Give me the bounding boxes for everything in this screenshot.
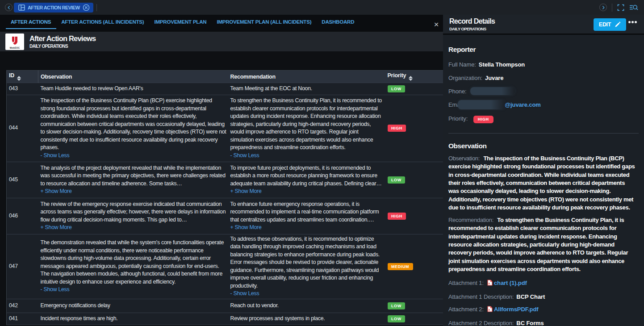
column-header-recommendation[interactable]: Recommendation bbox=[228, 71, 383, 83]
tab-label: DASHBOARD bbox=[322, 19, 354, 25]
attachment-link[interactable]: chart (1).pdf bbox=[494, 280, 527, 286]
cell-id: 045 bbox=[7, 162, 38, 198]
cell-priority: LOW bbox=[383, 313, 443, 325]
show-more-link[interactable]: + Show More bbox=[230, 224, 382, 232]
edit-button[interactable]: EDIT bbox=[594, 18, 626, 31]
cell-id: 043 bbox=[7, 83, 38, 95]
priority-badge: LOW bbox=[388, 176, 406, 184]
tab-after-actions[interactable]: AFTER ACTIONS bbox=[6, 15, 56, 29]
reporter-heading: Reporter bbox=[448, 46, 638, 54]
show-less-link[interactable]: - Show Less bbox=[230, 290, 382, 298]
field-full-name: Full Name:Stella Thompson bbox=[448, 61, 638, 69]
priority-badge: HIGH bbox=[388, 213, 406, 220]
cell-priority: HIGH bbox=[383, 95, 443, 162]
cell-id: 046 bbox=[7, 198, 38, 234]
tab-label: IMPROVEMENT PLAN (ALL INCIDENTS) bbox=[217, 19, 311, 25]
attachment-2-row: Attachment 2:AAllformsPDF.pdf bbox=[448, 305, 638, 314]
section-divider bbox=[448, 133, 639, 134]
cell-text: To improve future project deployments, i… bbox=[230, 164, 382, 188]
email-domain-link[interactable]: @juvare.com bbox=[505, 101, 541, 108]
field-label: Phone: bbox=[448, 88, 467, 95]
cell-observation: The inspection of the Business Continuit… bbox=[38, 95, 228, 162]
attachment-link[interactable]: AllformsPDF.pdf bbox=[494, 306, 539, 313]
logo-text: WebEOC bbox=[10, 46, 20, 49]
sort-icon bbox=[409, 76, 413, 81]
field-label: Observation: bbox=[448, 155, 480, 162]
column-label: Recommendation bbox=[230, 74, 276, 80]
show-less-link[interactable]: - Show Less bbox=[41, 286, 227, 294]
tab-improvement-plan[interactable]: IMPROVEMENT PLAN bbox=[149, 15, 212, 29]
attachment-1-row: Attachment 1:Achart (1).pdf bbox=[448, 279, 638, 288]
show-less-link[interactable]: - Show Less bbox=[41, 152, 227, 160]
field-label: Priority: bbox=[448, 115, 468, 122]
priority-badge: LOW bbox=[388, 315, 406, 322]
recommendation-paragraph: Recommendation: To strengthen the Busine… bbox=[448, 216, 636, 273]
board-tab-after-action-review[interactable]: AFTER ACTION REVIEW bbox=[14, 3, 93, 13]
column-header-observation[interactable]: Observation bbox=[38, 71, 228, 83]
table-row-044[interactable]: 044 The inspection of the Business Conti… bbox=[7, 95, 443, 162]
field-phone: Phone: bbox=[448, 88, 638, 96]
priority-badge: HIGH bbox=[473, 116, 493, 123]
search-records-icon[interactable] bbox=[629, 4, 638, 11]
show-more-link[interactable]: + Show More bbox=[41, 224, 227, 232]
tab-label: AFTER ACTIONS (ALL INCIDENTS) bbox=[61, 19, 144, 25]
tab-improvement-plan-all-incidents[interactable]: IMPROVEMENT PLAN (ALL INCIDENTS) bbox=[212, 15, 317, 29]
field-label: Attachment 2 Description: bbox=[448, 320, 514, 326]
priority-badge: LOW bbox=[388, 302, 406, 309]
close-board-tab-icon[interactable] bbox=[83, 4, 90, 11]
cell-priority: HIGH bbox=[383, 198, 443, 234]
cell-id: 041 bbox=[7, 313, 38, 325]
attachment-2-description-row: Attachment 2 Description:BC Forms bbox=[448, 319, 638, 326]
cell-recommendation: Reach out to vendor. bbox=[228, 299, 383, 313]
field-label: Attachment 1 Description: bbox=[448, 293, 514, 300]
tab-after-actions-all-incidents[interactable]: AFTER ACTIONS (ALL INCIDENTS) bbox=[56, 15, 149, 29]
cell-priority: MEDIUM bbox=[383, 234, 443, 299]
nav-back-button[interactable] bbox=[5, 4, 13, 11]
field-priority: Priority: HIGH bbox=[448, 115, 638, 123]
field-value: Stella Thompson bbox=[479, 61, 525, 68]
cell-recommendation: To improve future project deployments, i… bbox=[228, 162, 383, 198]
table-row-046[interactable]: 046 The review of the emergency response… bbox=[7, 198, 443, 234]
top-navbar: AFTER ACTION REVIEW bbox=[0, 0, 644, 15]
observation-text: The inspection of the Business Continuit… bbox=[448, 155, 635, 211]
field-label: Organization: bbox=[448, 75, 482, 81]
table-row-047[interactable]: 047 The demonstration revealed that whil… bbox=[7, 234, 443, 299]
nav-forward-button[interactable] bbox=[599, 4, 607, 11]
priority-badge: LOW bbox=[388, 85, 406, 92]
table-row-045[interactable]: 045 The analysis of the project deployme… bbox=[7, 162, 443, 198]
redacted-email-value bbox=[458, 100, 505, 109]
fullscreen-icon[interactable] bbox=[617, 4, 624, 11]
table-header-row: ID Observation Recommendation Priority bbox=[7, 71, 443, 83]
pencil-icon bbox=[615, 21, 621, 28]
show-less-link[interactable]: - Show Less bbox=[230, 152, 382, 160]
cell-recommendation: Review processes and systems in place. bbox=[228, 313, 383, 325]
show-more-link[interactable]: + Show More bbox=[230, 188, 382, 196]
panel-subtitle: DAILY OPERATIONS bbox=[449, 26, 495, 31]
cell-observation: The demonstration revealed that while th… bbox=[38, 234, 228, 299]
show-more-link[interactable]: + Show More bbox=[41, 188, 227, 196]
view-tabbar: AFTER ACTIONS AFTER ACTIONS (ALL INCIDEN… bbox=[0, 15, 443, 32]
tab-dashboard[interactable]: DASHBOARD bbox=[317, 15, 360, 29]
more-options-button[interactable] bbox=[628, 21, 637, 23]
cell-observation: The analysis of the project deployment r… bbox=[38, 162, 228, 198]
table-row-043[interactable]: 043 Team Huddle needed to review Open AA… bbox=[7, 83, 443, 95]
column-header-priority[interactable]: Priority bbox=[383, 71, 443, 83]
cell-text: To enhance future emergency response ope… bbox=[230, 201, 382, 224]
column-header-id[interactable]: ID bbox=[7, 71, 38, 83]
record-details-panel: Record Details DAILY OPERATIONS EDIT Rep… bbox=[443, 15, 644, 326]
table-row-042[interactable]: 042 Emergency notifications delay Reach … bbox=[7, 299, 443, 313]
record-details-header: Record Details DAILY OPERATIONS EDIT bbox=[443, 15, 644, 35]
cell-recommendation: Team Meeting at the EOC at Noon. bbox=[228, 83, 383, 95]
cell-text: The demonstration revealed that while th… bbox=[41, 239, 227, 286]
cell-observation: Team Huddle needed to review Open AAR's bbox=[38, 83, 228, 95]
cell-id: 042 bbox=[7, 299, 38, 313]
field-organization: Organization:Juvare bbox=[448, 74, 638, 82]
board-tab-label: AFTER ACTION REVIEW bbox=[28, 5, 80, 10]
column-label: ID bbox=[9, 72, 14, 79]
recommendation-text: To strengthen the Business Continuity Pl… bbox=[448, 217, 628, 272]
board-content: ID Observation Recommendation Priority 0… bbox=[0, 51, 443, 326]
table-row-041[interactable]: 041 Incident response times are high. Re… bbox=[7, 313, 443, 325]
webeoc-logo: WebEOC bbox=[5, 33, 24, 50]
close-record-details-icon[interactable]: × bbox=[430, 18, 443, 31]
field-email: Email:@juvare.com bbox=[448, 101, 638, 109]
